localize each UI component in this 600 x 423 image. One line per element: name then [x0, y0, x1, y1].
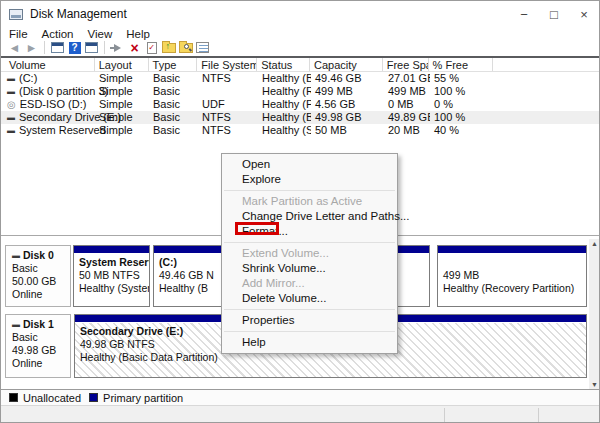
cell-status: Healthy (B...	[258, 72, 311, 85]
help-icon[interactable]: ?	[67, 41, 82, 55]
partition-color-bar	[438, 246, 586, 254]
menu-bar: File Action View Help	[1, 27, 599, 40]
disk-size: 49.98 GB	[12, 344, 70, 357]
legend-unallocated-label: Unallocated	[23, 392, 81, 404]
console-window-icon[interactable]	[84, 41, 99, 55]
partition-recovery[interactable]: 499 MB Healthy (Recovery Partition)	[437, 245, 587, 307]
column-header-layout[interactable]: Layout	[95, 58, 149, 71]
statusbar-divider	[444, 408, 445, 423]
scroll-down-icon[interactable]: ▼	[589, 381, 600, 388]
cell-free: 20 MB	[384, 124, 430, 137]
disk-type: Basic	[12, 262, 70, 275]
context-menu-item-format[interactable]: Format...	[222, 224, 397, 239]
context-menu-separator	[224, 242, 395, 243]
context-menu-separator	[224, 331, 395, 332]
cell-pct-free: 55 %	[430, 72, 495, 85]
disk-name: Disk 0	[23, 249, 54, 262]
context-menu-separator	[224, 309, 395, 310]
cell-pct-free: 100 %	[430, 111, 495, 124]
drive-icon: ▬	[7, 85, 15, 98]
cell-layout: Simple	[95, 72, 149, 85]
folder-search-icon[interactable]	[178, 41, 193, 55]
toolbar-separator	[44, 41, 45, 54]
cell-layout: Simple	[95, 124, 149, 137]
column-header-volume[interactable]: Volume	[1, 58, 95, 71]
maximize-icon: □	[550, 7, 558, 22]
volume-name: (C:)	[19, 72, 37, 85]
context-pointer-icon[interactable]	[110, 41, 125, 55]
disk-status: Online	[12, 357, 70, 370]
legend-primary-label: Primary partition	[103, 392, 183, 404]
menu-file[interactable]: File	[1, 28, 35, 40]
properties-check-icon[interactable]: ✓	[144, 41, 159, 55]
partition-size: 499 MB	[443, 269, 586, 282]
cell-status: Healthy (S...	[258, 124, 311, 137]
cell-type: Basic	[149, 98, 198, 111]
context-menu-item-open[interactable]: Open	[222, 157, 397, 172]
partition-color-bar	[74, 246, 149, 254]
cell-free: 499 MB	[384, 85, 430, 98]
unallocated-swatch	[9, 393, 18, 402]
column-header-status[interactable]: Status	[257, 58, 310, 71]
drive-icon: ▬	[7, 72, 15, 85]
minimize-button[interactable]: −	[509, 1, 539, 27]
volume-table: ▬(C:) Simple Basic NTFS Healthy (B... 49…	[1, 72, 599, 137]
cd-icon: ◎	[7, 98, 16, 111]
cell-pct-free: 0 %	[430, 98, 495, 111]
disk-icon: ▬	[12, 249, 20, 262]
column-header-file-system[interactable]: File System	[197, 58, 257, 71]
close-icon: ×	[580, 7, 588, 22]
column-header-empty	[493, 58, 599, 71]
table-row-selected[interactable]: ▬Secondary Drive (E:) Simple Basic NTFS …	[1, 111, 599, 124]
disk-management-window: Disk Management − □ × File Action View H…	[0, 0, 600, 423]
context-menu-item-delete-volume[interactable]: Delete Volume...	[222, 291, 397, 306]
cell-status: Healthy (R...	[258, 85, 311, 98]
partition-name: System Reserved	[79, 256, 149, 269]
primary-partition-swatch	[89, 393, 98, 402]
disk-type: Basic	[12, 331, 70, 344]
toolbar: ◄ ► ? × ✓ ↑	[1, 40, 599, 55]
table-row[interactable]: ▬(Disk 0 partition 3) Simple Basic Healt…	[1, 85, 599, 98]
table-row[interactable]: ▬(C:) Simple Basic NTFS Healthy (B... 49…	[1, 72, 599, 85]
cell-type: Basic	[149, 85, 198, 98]
column-header-type[interactable]: Type	[149, 58, 198, 71]
column-header-free-space[interactable]: Free Spa...	[383, 58, 429, 71]
forward-icon[interactable]: ►	[24, 41, 39, 55]
scroll-up-icon[interactable]: ▲	[589, 240, 600, 247]
cell-type: Basic	[149, 124, 198, 137]
menu-view[interactable]: View	[81, 28, 120, 40]
cell-capacity: 49.46 GB	[311, 72, 384, 85]
disk1-label: ▬Disk 1 Basic 49.98 GB Online	[5, 314, 71, 378]
context-menu-item-shrink-volume[interactable]: Shrink Volume...	[222, 261, 397, 276]
context-menu-item-properties[interactable]: Properties	[222, 313, 397, 328]
vertical-scrollbar[interactable]: ▲ ▼	[589, 239, 600, 389]
close-button[interactable]: ×	[569, 1, 599, 27]
volume-table-header: Volume Layout Type File System Status Ca…	[1, 58, 599, 72]
table-row[interactable]: ▬System Reserved Simple Basic NTFS Healt…	[1, 124, 599, 137]
column-header-capacity[interactable]: Capacity	[310, 58, 383, 71]
statusbar-divider	[538, 408, 539, 423]
partition-system-reserved[interactable]: System Reserved 50 MB NTFS Healthy (Syst…	[73, 245, 150, 307]
console-tree-icon[interactable]	[50, 41, 65, 55]
volume-name: System Reserved	[19, 124, 106, 137]
disk-size: 50.00 GB	[12, 275, 70, 288]
maximize-button[interactable]: □	[539, 1, 569, 27]
context-menu-item-mark-partition-active: Mark Partition as Active	[222, 194, 397, 209]
folder-up-icon[interactable]: ↑	[161, 41, 176, 55]
table-row[interactable]: ◎ESD-ISO (D:) Simple Basic UDF Healthy (…	[1, 98, 599, 111]
column-header-pct-free[interactable]: % Free	[429, 58, 494, 71]
cell-fs: UDF	[198, 98, 258, 111]
context-menu-item-help[interactable]: Help	[222, 335, 397, 350]
drive-icon: ▬	[7, 111, 15, 124]
disk-icon: ▬	[12, 318, 20, 331]
context-menu-item-explore[interactable]: Explore	[222, 172, 397, 187]
details-view-icon[interactable]	[195, 41, 210, 55]
delete-icon[interactable]: ×	[127, 41, 142, 55]
cell-type: Basic	[149, 111, 198, 124]
context-menu: Open Explore Mark Partition as Active Ch…	[221, 153, 398, 354]
cell-status: Healthy (P...	[258, 98, 311, 111]
menu-action[interactable]: Action	[35, 28, 81, 40]
status-bar	[1, 405, 599, 423]
menu-help[interactable]: Help	[119, 28, 157, 40]
back-icon[interactable]: ◄	[7, 41, 22, 55]
